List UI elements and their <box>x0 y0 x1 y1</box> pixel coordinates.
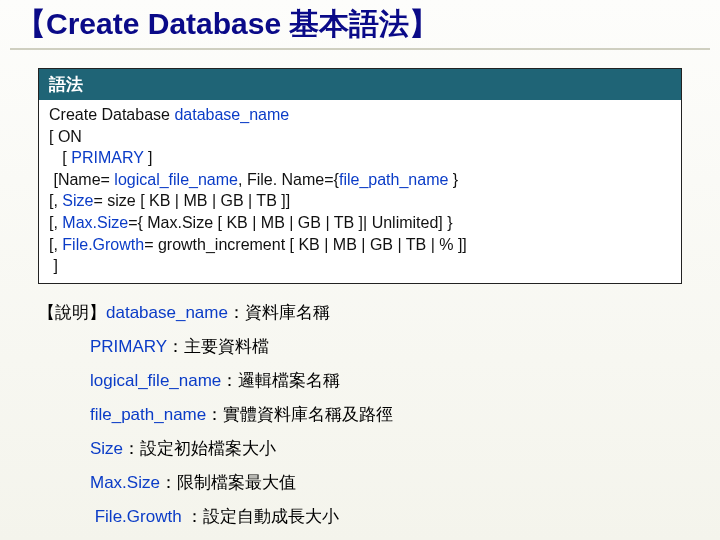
desc-text: ：設定自動成長大小 <box>186 507 339 526</box>
syntax-keyword: logical_file_name <box>114 171 238 188</box>
syntax-text: = size [ KB | MB | GB | TB ]] <box>93 192 290 209</box>
syntax-text: Create Database <box>49 106 174 123</box>
desc-term: File.Growth <box>95 507 187 526</box>
description-block: 【說明】database_name：資料庫名稱 PRIMARY：主要資料檔 lo… <box>38 296 682 534</box>
desc-indent <box>38 405 90 424</box>
desc-row-3: logical_file_name：邏輯檔案名稱 <box>38 364 682 398</box>
desc-row-7: File.Growth ：設定自動成長大小 <box>38 500 682 534</box>
syntax-panel-body: Create Database database_name [ ON [ PRI… <box>39 100 681 283</box>
syntax-keyword: file_path_name <box>339 171 448 188</box>
syntax-text: ] <box>144 149 153 166</box>
desc-text: ：實體資料庫名稱及路徑 <box>206 405 393 424</box>
slide-title: 【Create Database 基本語法】 <box>10 6 710 50</box>
syntax-text: , File. Name={ <box>238 171 339 188</box>
desc-row-1: 【說明】database_name：資料庫名稱 <box>38 296 682 330</box>
desc-text: ：邏輯檔案名稱 <box>221 371 340 390</box>
syntax-line-8: ] <box>49 255 671 277</box>
syntax-line-4: [Name= logical_file_name, File. Name={fi… <box>49 169 671 191</box>
desc-row-5: Size：設定初始檔案大小 <box>38 432 682 466</box>
syntax-text: [, <box>49 192 62 209</box>
syntax-panel: 語法 Create Database database_name [ ON [ … <box>38 68 682 284</box>
desc-row-4: file_path_name：實體資料庫名稱及路徑 <box>38 398 682 432</box>
syntax-keyword: PRIMARY <box>71 149 143 166</box>
desc-indent <box>38 507 95 526</box>
desc-indent <box>38 439 90 458</box>
desc-term: Size <box>90 439 123 458</box>
syntax-line-3: [ PRIMARY ] <box>49 147 671 169</box>
desc-term: PRIMARY <box>90 337 167 356</box>
desc-term: file_path_name <box>90 405 206 424</box>
syntax-text: = growth_increment [ KB | MB | GB | TB |… <box>144 236 467 253</box>
desc-indent <box>38 473 90 492</box>
desc-intro: 【說明】 <box>38 303 106 322</box>
syntax-line-1: Create Database database_name <box>49 104 671 126</box>
desc-term: database_name <box>106 303 228 322</box>
syntax-keyword: database_name <box>174 106 289 123</box>
syntax-text: [Name= <box>49 171 114 188</box>
syntax-line-5: [, Size= size [ KB | MB | GB | TB ]] <box>49 190 671 212</box>
syntax-text: } <box>448 171 458 188</box>
desc-text: ：資料庫名稱 <box>228 303 330 322</box>
syntax-keyword: Max.Size <box>62 214 128 231</box>
syntax-panel-header: 語法 <box>39 69 681 100</box>
desc-term: logical_file_name <box>90 371 221 390</box>
syntax-keyword: File.Growth <box>62 236 144 253</box>
syntax-keyword: Size <box>62 192 93 209</box>
desc-text: ：限制檔案最大值 <box>160 473 296 492</box>
syntax-line-2: [ ON <box>49 126 671 148</box>
slide: 【Create Database 基本語法】 語法 Create Databas… <box>0 0 720 540</box>
desc-row-6: Max.Size：限制檔案最大值 <box>38 466 682 500</box>
desc-text: ：設定初始檔案大小 <box>123 439 276 458</box>
syntax-line-7: [, File.Growth= growth_increment [ KB | … <box>49 234 671 256</box>
desc-indent <box>38 371 90 390</box>
desc-indent <box>38 337 90 356</box>
desc-term: Max.Size <box>90 473 160 492</box>
syntax-line-6: [, Max.Size={ Max.Size [ KB | MB | GB | … <box>49 212 671 234</box>
desc-row-2: PRIMARY：主要資料檔 <box>38 330 682 364</box>
desc-text: ：主要資料檔 <box>167 337 269 356</box>
syntax-text: ={ Max.Size [ KB | MB | GB | TB ]| Unlim… <box>128 214 452 231</box>
syntax-text: [, <box>49 236 62 253</box>
syntax-text: [, <box>49 214 62 231</box>
syntax-text: [ <box>49 149 71 166</box>
